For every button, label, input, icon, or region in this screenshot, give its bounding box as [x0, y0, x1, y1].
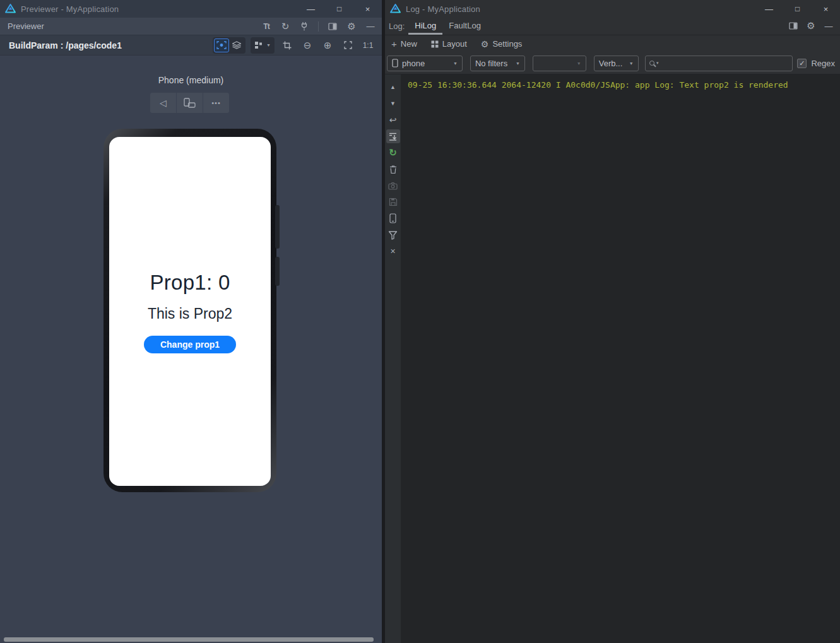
search-history-chevron-icon: ▼: [656, 61, 660, 65]
regex-option: ✓ Regex: [797, 59, 835, 68]
previewer-window-title: Previewer - MyApplication: [21, 4, 119, 14]
search-input[interactable]: [661, 59, 789, 68]
close-button[interactable]: ×: [812, 0, 840, 18]
phone-mockup: Prop1: 0 This is Prop2 Change prop1: [104, 129, 276, 492]
crop-frame-button[interactable]: [280, 38, 295, 53]
build-param-label: BuildParam : /pages/code1: [9, 40, 122, 50]
rerun-button[interactable]: ↻: [386, 146, 400, 160]
tab-faultlog[interactable]: FaultLog: [442, 21, 487, 35]
previewer-canvas: Phone (medium) ◁ •••: [0, 56, 382, 643]
prop1-text: Prop1: 0: [150, 271, 230, 295]
back-triangle-icon: ◁: [160, 98, 167, 108]
refresh-button[interactable]: ↻: [278, 19, 293, 34]
phone-volume-button: [275, 205, 280, 249]
settings-button[interactable]: ⚙ Settings: [481, 39, 523, 49]
settings-gear-button[interactable]: ⚙: [803, 18, 819, 33]
close-x-icon: ×: [390, 246, 395, 256]
maximize-button[interactable]: □: [783, 0, 812, 18]
log-line: 09-25 16:30:36.644 2064-12420 I A0c0d0/J…: [408, 80, 834, 90]
tab-hilog[interactable]: HiLog: [408, 21, 442, 35]
hide-panel-button[interactable]: —: [821, 18, 836, 33]
log-window-controls: — □ ×: [755, 0, 840, 18]
settings-gear-button[interactable]: ⚙: [344, 19, 359, 34]
camera-icon: [388, 182, 398, 190]
gear-icon: ⚙: [481, 40, 489, 49]
filters-select-value: No filters: [475, 59, 512, 68]
scroll-to-end-icon: [388, 132, 398, 141]
device-label: Phone (medium): [0, 75, 382, 85]
triangle-up-icon: ▲: [390, 84, 396, 90]
log-main: ▲ ▼ ↩ ↻: [385, 74, 840, 643]
layout-grid-icon: [431, 40, 439, 48]
rotate-device-icon: [184, 98, 196, 108]
font-size-button[interactable]: Tt: [259, 19, 274, 34]
close-button[interactable]: ×: [353, 0, 382, 18]
maximize-button[interactable]: □: [325, 0, 353, 18]
log-search-field: ▼: [645, 56, 793, 71]
grid-view-dropdown[interactable]: ▼: [251, 37, 275, 54]
phone-power-button: [275, 257, 280, 286]
grid-icon: [254, 41, 263, 49]
new-button[interactable]: + New: [391, 39, 417, 49]
phone-device-icon: [392, 59, 398, 68]
connect-plug-button[interactable]: [297, 19, 312, 34]
zoom-ratio-button[interactable]: 1:1: [360, 38, 376, 53]
layers-button[interactable]: [229, 38, 244, 52]
layout-panel-icon-button[interactable]: [325, 19, 340, 34]
clear-log-button[interactable]: [386, 162, 400, 176]
prop2-text: This is Prop2: [148, 305, 232, 322]
minimize-button[interactable]: —: [755, 0, 783, 18]
log-window: Log - MyApplication — □ × Log: HiLog Fau…: [385, 0, 840, 643]
inspector-eye-button[interactable]: [214, 38, 229, 52]
previewer-toolbar-actions: ▼ ⊖ ⊕ 1:1: [213, 37, 376, 54]
more-dots-icon: •••: [211, 99, 221, 107]
deveco-logo-icon: [5, 4, 16, 14]
soft-wrap-icon: ↩: [389, 115, 397, 125]
log-tabbar: Log: HiLog FaultLog ⚙ —: [385, 18, 840, 35]
layout-button-label: Layout: [442, 39, 467, 49]
previewer-window: Previewer - MyApplication — □ × Previewe…: [0, 0, 382, 643]
device-log-button[interactable]: [386, 211, 400, 225]
close-panel-button[interactable]: ×: [386, 244, 400, 258]
preview-controls: ◁ •••: [150, 93, 229, 113]
rerun-icon: ↻: [389, 147, 397, 158]
chevron-down-icon: ▼: [453, 61, 458, 66]
save-log-button: [386, 195, 400, 209]
trash-icon: [389, 165, 398, 174]
scroll-to-bottom-button[interactable]: ▼: [386, 97, 400, 110]
settings-button-label: Settings: [492, 39, 522, 49]
more-options-button[interactable]: •••: [203, 93, 229, 113]
device-select-value: phone: [402, 59, 449, 68]
scroll-to-top-button[interactable]: ▲: [386, 80, 400, 94]
layout-panel-icon-button[interactable]: [786, 18, 801, 33]
scope-select[interactable]: ▼: [533, 56, 586, 71]
previewer-header-actions: Tt ↻ ⚙ —: [259, 19, 378, 34]
log-actionbar: + New Layout ⚙ Settings: [385, 35, 840, 52]
filter-button[interactable]: [386, 228, 400, 242]
chevron-down-icon: ▼: [266, 43, 271, 47]
hide-panel-button[interactable]: —: [363, 19, 378, 34]
change-prop1-button[interactable]: Change prop1: [144, 336, 236, 353]
fit-to-screen-button[interactable]: [340, 38, 355, 53]
regex-checkbox[interactable]: ✓: [797, 59, 807, 68]
deveco-logo-icon: [390, 4, 401, 14]
rotate-device-button[interactable]: [177, 93, 203, 113]
toolbar-divider: [318, 21, 319, 32]
filters-select[interactable]: No filters ▼: [470, 56, 525, 71]
minimize-button[interactable]: —: [297, 0, 325, 18]
log-output: 09-25 16:30:36.644 2064-12420 I A0c0d0/J…: [401, 74, 840, 643]
layout-button[interactable]: Layout: [431, 39, 467, 49]
scroll-to-end-button[interactable]: [386, 129, 400, 143]
soft-wrap-button[interactable]: ↩: [386, 113, 400, 127]
zoom-in-button[interactable]: ⊕: [320, 38, 335, 53]
new-button-label: New: [401, 39, 417, 49]
horizontal-scrollbar[interactable]: [4, 637, 374, 642]
zoom-out-button[interactable]: ⊖: [300, 38, 315, 53]
device-select[interactable]: phone ▼: [387, 56, 463, 71]
log-filterbar: phone ▼ No filters ▼ ▼ Verb... ▼ ▼ ✓: [385, 52, 840, 74]
log-level-select[interactable]: Verb... ▼: [594, 56, 639, 71]
log-side-toolbar: ▲ ▼ ↩ ↻: [385, 74, 401, 643]
inspector-toggle-group: [213, 37, 245, 54]
previous-page-button[interactable]: ◁: [150, 93, 176, 113]
filter-funnel-icon: [388, 230, 398, 240]
